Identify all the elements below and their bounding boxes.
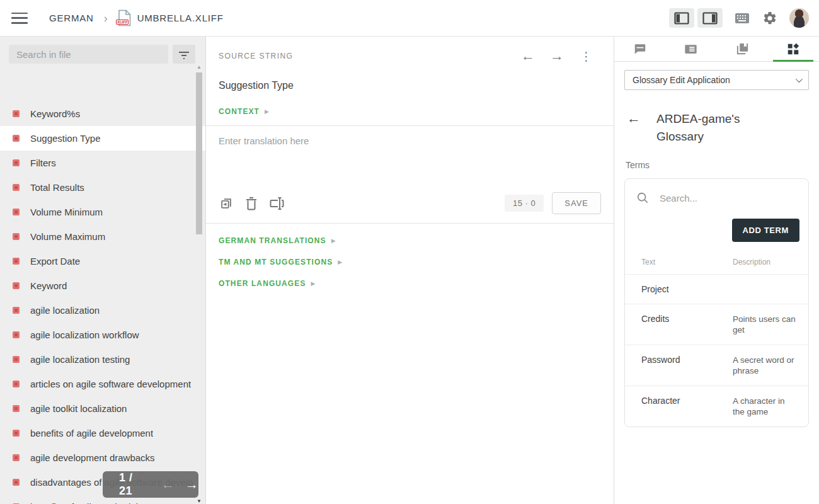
previous-page-button[interactable]: ← bbox=[161, 477, 175, 492]
tab-applications[interactable] bbox=[768, 37, 819, 61]
rename-string-button[interactable] bbox=[269, 196, 284, 211]
context-label: CONTEXT bbox=[219, 107, 260, 116]
tab-comments[interactable] bbox=[614, 37, 665, 61]
section-label: OTHER LANGUAGES bbox=[219, 279, 306, 288]
text-field-icon bbox=[269, 197, 284, 210]
term-description bbox=[733, 284, 799, 294]
string-list-item[interactable]: agile toolkit localization bbox=[0, 396, 205, 421]
trash-icon bbox=[245, 197, 258, 210]
keyboard-shortcuts-button[interactable] bbox=[734, 10, 750, 26]
string-list-item[interactable]: Volume Maximum bbox=[0, 224, 205, 249]
string-status-icon bbox=[13, 184, 20, 191]
toggle-right-panel-button[interactable] bbox=[697, 8, 723, 28]
string-status-icon bbox=[13, 381, 20, 387]
save-button[interactable]: SAVE bbox=[552, 192, 601, 214]
breadcrumb-file-name[interactable]: UMBRELLA.XLIFF bbox=[137, 13, 224, 23]
section-label: TM AND MT SUGGESTIONS bbox=[219, 258, 333, 266]
scrollbar-thumb[interactable] bbox=[196, 72, 202, 234]
terms-card: ADD TERM Text Description ProjectCredits… bbox=[624, 178, 809, 427]
settings-button[interactable] bbox=[762, 10, 778, 26]
string-list-item[interactable]: Total Results bbox=[0, 175, 205, 200]
add-term-button[interactable]: ADD TERM bbox=[732, 219, 799, 242]
string-list-item[interactable]: Volume Minimum bbox=[0, 200, 205, 224]
terms-search-input[interactable] bbox=[660, 193, 773, 203]
string-list-item[interactable]: Export Date bbox=[0, 249, 205, 273]
topbar: GERMAN › XLIFF UMBRELLA.XLIFF bbox=[0, 0, 819, 37]
editor-sections: GERMAN TRANSLATIONS▶TM AND MT SUGGESTION… bbox=[219, 236, 601, 288]
tab-glossary-books[interactable] bbox=[717, 37, 768, 61]
search-icon bbox=[636, 192, 649, 204]
strings-sidebar: Keyword%sSuggestion TypeFiltersTotal Res… bbox=[0, 37, 206, 504]
sidebar-scrollbar[interactable]: ▲ ▼ bbox=[195, 64, 203, 504]
section-toggle[interactable]: GERMAN TRANSLATIONS▶ bbox=[219, 236, 601, 245]
term-text: Password bbox=[641, 355, 733, 376]
section-toggle[interactable]: OTHER LANGUAGES▶ bbox=[219, 279, 601, 288]
term-description: A character in the game bbox=[733, 396, 799, 417]
term-description: A secret word or phrase bbox=[733, 355, 799, 376]
menu-icon[interactable] bbox=[11, 13, 28, 24]
previous-string-button[interactable]: ← bbox=[521, 49, 535, 63]
pagination: 1 / 21 ← → bbox=[103, 471, 198, 498]
right-panel: Glossary Edit Application ← ARDEA-game's… bbox=[614, 37, 819, 504]
string-list-item[interactable]: agile localization testing bbox=[0, 347, 205, 372]
glossary-app-select-value: Glossary Edit Application bbox=[633, 75, 796, 85]
section-toggle[interactable]: TM AND MT SUGGESTIONS▶ bbox=[219, 258, 601, 266]
string-list: Keyword%sSuggestion TypeFiltersTotal Res… bbox=[0, 101, 205, 504]
string-label: articles on agile software development bbox=[30, 379, 191, 389]
source-string-label: SOURCE STRING bbox=[219, 52, 293, 60]
string-label: Keyword bbox=[30, 280, 67, 291]
scroll-up-icon[interactable]: ▲ bbox=[195, 64, 203, 70]
copy-source-button[interactable] bbox=[219, 196, 234, 211]
copy-icon bbox=[219, 197, 233, 210]
string-list-item[interactable]: Keyword bbox=[0, 273, 205, 298]
breadcrumb-language[interactable]: GERMAN bbox=[49, 13, 94, 23]
search-in-file-input[interactable] bbox=[9, 45, 168, 64]
expand-triangle-icon: ▶ bbox=[331, 238, 336, 244]
next-string-button[interactable]: → bbox=[550, 49, 564, 63]
filter-button[interactable] bbox=[173, 45, 195, 64]
more-options-icon[interactable]: ⋮ bbox=[580, 50, 592, 62]
scroll-down-icon[interactable]: ▼ bbox=[195, 498, 203, 504]
panel-right-icon bbox=[702, 12, 718, 25]
string-list-item[interactable]: Filters bbox=[0, 151, 205, 175]
xliff-badge: XLIFF bbox=[116, 20, 129, 25]
context-toggle[interactable]: CONTEXT ▶ bbox=[219, 107, 601, 116]
term-text: Project bbox=[641, 284, 733, 294]
string-list-item[interactable]: agile localization workflow bbox=[0, 323, 205, 347]
string-status-icon bbox=[13, 258, 20, 265]
string-status-icon bbox=[13, 430, 20, 437]
string-list-item[interactable]: Suggestion Type bbox=[0, 126, 205, 151]
string-list-item[interactable]: Keyword%s bbox=[0, 101, 205, 126]
term-row[interactable]: CharacterA character in the game bbox=[625, 386, 808, 427]
toggle-left-panel-button[interactable] bbox=[669, 8, 694, 28]
translation-input[interactable] bbox=[219, 135, 601, 191]
string-list-item[interactable]: benefits of agile development bbox=[0, 421, 205, 445]
string-list-item[interactable]: agile development drawbacks bbox=[0, 445, 205, 470]
tab-translations[interactable] bbox=[665, 37, 716, 61]
glossary-app-select[interactable]: Glossary Edit Application bbox=[624, 70, 809, 90]
string-label: Export Date bbox=[30, 256, 80, 266]
next-page-button[interactable]: → bbox=[185, 477, 198, 492]
string-label: Volume Minimum bbox=[30, 207, 103, 217]
string-label: Filters bbox=[30, 158, 56, 168]
terms-section-label: Terms bbox=[626, 160, 819, 170]
string-label: Suggestion Type bbox=[30, 133, 100, 144]
page-indicator: 1 / 21 bbox=[119, 471, 146, 498]
term-row[interactable]: CreditsPoints users can get bbox=[625, 304, 808, 345]
translation-editor: SOURCE STRING ← → ⋮ Suggestion Type CONT… bbox=[206, 37, 614, 504]
string-list-item[interactable]: agile localization bbox=[0, 298, 205, 323]
string-status-icon bbox=[13, 331, 20, 338]
term-row[interactable]: Project bbox=[625, 274, 808, 304]
string-status-icon bbox=[13, 479, 20, 486]
string-list-item[interactable]: articles on agile software development bbox=[0, 372, 205, 396]
user-avatar[interactable] bbox=[789, 8, 809, 28]
string-status-icon bbox=[13, 159, 20, 166]
term-row[interactable]: PasswordA secret word or phrase bbox=[625, 345, 808, 386]
clear-translation-button[interactable] bbox=[244, 196, 259, 211]
glossary-back-button[interactable]: ← bbox=[627, 110, 641, 146]
translation-memory-icon bbox=[684, 42, 698, 56]
string-label: Total Results bbox=[30, 182, 84, 193]
applications-icon bbox=[786, 42, 800, 56]
string-label: agile toolkit localization bbox=[30, 403, 127, 414]
column-header-text: Text bbox=[641, 258, 733, 266]
